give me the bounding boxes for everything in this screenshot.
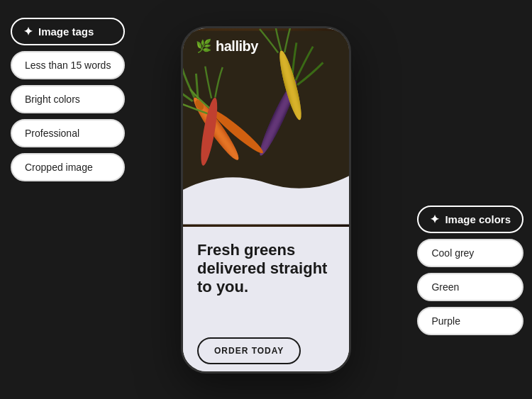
tag-cropped-image[interactable]: Cropped image bbox=[11, 153, 125, 181]
image-tags-header: ✦ Image tags bbox=[11, 18, 125, 45]
leaf-icon: 🌿 bbox=[196, 38, 211, 54]
color-cool-grey[interactable]: Cool grey bbox=[417, 239, 523, 267]
order-today-button[interactable]: ORDER TODAY bbox=[197, 337, 301, 364]
phone-headline: Fresh greens delivered straight to you. bbox=[197, 241, 335, 297]
color-purple[interactable]: Purple bbox=[417, 307, 523, 335]
phone-logo-text: halliby bbox=[216, 38, 258, 55]
phone-image-area: 🌿 halliby bbox=[183, 28, 349, 227]
image-colors-header: ✦ Image colors bbox=[417, 206, 523, 233]
tag-professional[interactable]: Professional bbox=[11, 119, 125, 147]
phone-logo: 🌿 halliby bbox=[196, 38, 258, 55]
image-tags-label: Image tags bbox=[38, 26, 94, 38]
image-colors-panel: ✦ Image colors Cool grey Green Purple bbox=[417, 206, 523, 335]
scene: ✦ Image tags Less than 15 words Bright c… bbox=[0, 0, 532, 399]
carrot-illustration bbox=[183, 28, 349, 227]
phone-mockup: 🌿 halliby Fresh greens delivered straigh… bbox=[181, 26, 351, 373]
tag-bright-colors[interactable]: Bright colors bbox=[11, 85, 125, 113]
tag-less-than-15-words[interactable]: Less than 15 words bbox=[11, 51, 125, 79]
phone-content: Fresh greens delivered straight to you. … bbox=[183, 227, 349, 373]
color-green[interactable]: Green bbox=[417, 273, 523, 301]
sparkle-icon-right: ✦ bbox=[430, 213, 439, 226]
image-tags-panel: ✦ Image tags Less than 15 words Bright c… bbox=[11, 18, 125, 181]
carrot-background bbox=[183, 28, 349, 227]
image-colors-label: Image colors bbox=[445, 213, 511, 225]
sparkle-icon: ✦ bbox=[23, 25, 33, 38]
